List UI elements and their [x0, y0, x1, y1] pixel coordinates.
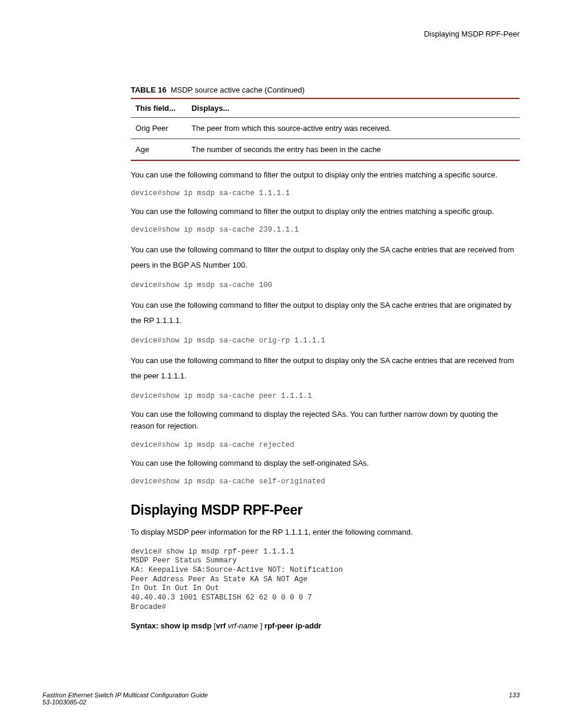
code-block: device#show ip msdp sa-cache 1.1.1.1	[131, 189, 520, 197]
code-block: device# show ip msdp rpf-peer 1.1.1.1 MS…	[131, 548, 520, 612]
paragraph: You can use the following command to dis…	[131, 409, 520, 432]
footer-left: FastIron Ethernet Switch IP Multicast Co…	[42, 691, 208, 706]
table-row: Orig Peer The peer from which this sourc…	[131, 118, 520, 139]
cell-field: Age	[131, 139, 187, 161]
field-table: This field... Displays... Orig Peer The …	[131, 98, 520, 161]
footer-title: FastIron Ethernet Switch IP Multicast Co…	[42, 691, 208, 699]
syntax-prefix: Syntax: show ip msdp	[131, 621, 211, 630]
paragraph: To display MSDP peer information for the…	[131, 526, 520, 538]
paragraph: You can use the following command to fil…	[131, 206, 520, 218]
col-this-field: This field...	[131, 98, 187, 118]
paragraph: You can use the following command to fil…	[131, 169, 520, 181]
section-heading: Displaying MSDP RPF-Peer	[131, 502, 520, 518]
footer-page-number: 133	[509, 691, 520, 706]
col-displays: Displays...	[187, 98, 520, 118]
syntax-suffix: rpf-peer ip-addr	[265, 621, 322, 630]
syntax-bracket-close: ]	[260, 621, 265, 630]
table-caption: TABLE 16 MSDP source active cache (Conti…	[131, 85, 520, 94]
code-block: device#show ip msdp sa-cache 100	[131, 281, 520, 289]
code-block: device#show ip msdp sa-cache orig-rp 1.1…	[131, 337, 520, 345]
cell-desc: The peer from which this source-active e…	[187, 118, 520, 139]
code-block: device#show ip msdp sa-cache 239.1.1.1	[131, 226, 520, 234]
code-block: device#show ip msdp sa-cache self-origin…	[131, 477, 520, 486]
cell-field: Orig Peer	[131, 118, 187, 139]
table-row: Age The number of seconds the entry has …	[131, 139, 520, 161]
paragraph: You can use the following command to fil…	[131, 353, 520, 384]
syntax-vrf-name: vrf-name	[226, 621, 260, 630]
table-header-row: This field... Displays...	[131, 98, 520, 118]
footer-docnum: 53-1003085-02	[42, 699, 208, 706]
cell-desc: The number of seconds the entry has been…	[187, 139, 520, 161]
code-block: device#show ip msdp sa-cache peer 1.1.1.…	[131, 392, 520, 400]
header-section-title: Displaying MSDP RPF-Peer	[424, 29, 520, 38]
table-title: MSDP source active cache (Continued)	[171, 85, 305, 94]
code-block: device#show ip msdp sa-cache rejected	[131, 441, 520, 449]
paragraph: You can use the following command to dis…	[131, 457, 520, 469]
syntax-line: Syntax: show ip msdp [vrf vrf-name ] rpf…	[131, 621, 520, 630]
table-number: TABLE 16	[131, 85, 166, 94]
page-header: Displaying MSDP RPF-Peer	[42, 29, 520, 85]
paragraph: You can use the following command to fil…	[131, 242, 520, 273]
paragraph: You can use the following command to fil…	[131, 298, 520, 328]
page-footer: FastIron Ethernet Switch IP Multicast Co…	[42, 691, 520, 706]
syntax-vrf: vrf	[216, 621, 226, 630]
